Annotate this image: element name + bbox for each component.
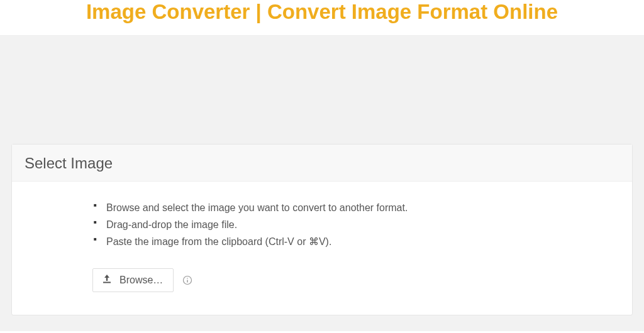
panel-header: Select Image <box>12 145 632 182</box>
instruction-item: Drag-and-drop the image file. <box>92 216 619 233</box>
info-icon[interactable] <box>182 275 192 285</box>
panel-title: Select Image <box>25 155 619 172</box>
panel-body: Browse and select the image you want to … <box>12 182 632 315</box>
page-header: Image Converter | Convert Image Format O… <box>0 0 644 36</box>
instruction-item: Paste the image from the clipboard (Ctrl… <box>92 233 619 250</box>
page-title: Image Converter | Convert Image Format O… <box>0 0 644 24</box>
select-image-panel: Select Image Browse and select the image… <box>11 144 633 315</box>
instruction-list: Browse and select the image you want to … <box>92 199 619 251</box>
content-area: Select Image Browse and select the image… <box>0 36 644 331</box>
svg-point-2 <box>187 278 189 279</box>
browse-button[interactable]: Browse… <box>92 268 174 292</box>
browse-row: Browse… <box>92 268 619 292</box>
instruction-item: Browse and select the image you want to … <box>92 199 619 216</box>
svg-rect-0 <box>103 281 111 283</box>
browse-button-label: Browse… <box>119 275 163 286</box>
upload-icon <box>102 274 112 287</box>
